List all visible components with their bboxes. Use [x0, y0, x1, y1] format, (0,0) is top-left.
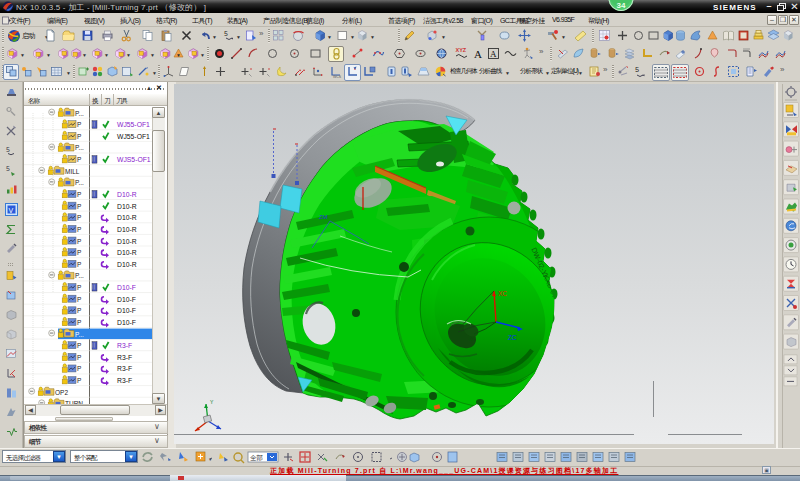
- svg-text:ZM: ZM: [319, 214, 328, 220]
- svg-text:WCS: WCS: [333, 75, 342, 78]
- svg-text:5: 5: [635, 66, 639, 74]
- svg-text:D10-R: D10-R: [117, 203, 137, 210]
- svg-text:P...: P...: [75, 272, 84, 279]
- svg-text:ZC: ZC: [508, 334, 517, 341]
- svg-text:P: P: [77, 319, 81, 326]
- svg-text:P: P: [77, 214, 81, 221]
- svg-text:P...: P...: [75, 331, 84, 338]
- svg-text:WJS5-OF1: WJS5-OF1: [117, 156, 151, 163]
- svg-text:WJ55-OF1: WJ55-OF1: [117, 133, 150, 140]
- svg-text:D10-F: D10-F: [117, 284, 136, 291]
- svg-text:5: 5: [6, 166, 10, 173]
- svg-text:P: P: [77, 121, 81, 128]
- svg-text:P: P: [77, 249, 81, 256]
- svg-text:R3-F: R3-F: [117, 365, 132, 372]
- svg-text:D10-R: D10-R: [117, 249, 137, 256]
- svg-text:P...: P...: [75, 179, 84, 186]
- svg-text:MILL: MILL: [65, 168, 80, 175]
- svg-text:D10-F: D10-F: [117, 307, 136, 314]
- svg-text:P: P: [77, 284, 81, 291]
- svg-text:P: P: [77, 307, 81, 314]
- svg-text:A: A: [474, 48, 482, 60]
- svg-text:D10-R: D10-R: [117, 238, 137, 245]
- svg-text:A: A: [490, 49, 497, 59]
- svg-text:P: P: [77, 156, 81, 163]
- svg-text:D10-F: D10-F: [117, 319, 136, 326]
- svg-text:V: V: [9, 207, 14, 214]
- svg-text:P...: P...: [75, 144, 84, 151]
- svg-text:P: P: [77, 342, 81, 349]
- svg-text:D10-R: D10-R: [117, 261, 137, 268]
- svg-text:XC: XC: [498, 290, 507, 297]
- svg-text:ZC: ZC: [468, 336, 475, 342]
- svg-text:P: P: [77, 226, 81, 233]
- svg-text:D10-R: D10-R: [117, 226, 137, 233]
- svg-text:R3-F: R3-F: [117, 354, 132, 361]
- svg-text:全部: 全部: [250, 454, 263, 462]
- svg-text:P: P: [77, 133, 81, 140]
- svg-text:34: 34: [617, 1, 626, 10]
- svg-text:P: P: [77, 365, 81, 372]
- svg-text:P: P: [77, 191, 81, 198]
- svg-text:P...: P...: [75, 110, 84, 117]
- svg-text:P: P: [77, 354, 81, 361]
- svg-text:P: P: [77, 203, 81, 210]
- svg-text:OP2: OP2: [55, 389, 68, 396]
- svg-text:5: 5: [224, 31, 228, 38]
- svg-text:R3-F: R3-F: [117, 342, 132, 349]
- svg-text:5: 5: [6, 147, 10, 154]
- svg-text:P: P: [77, 238, 81, 245]
- svg-text:D10-F: D10-F: [117, 296, 136, 303]
- svg-text:WJ55-OF1: WJ55-OF1: [117, 121, 150, 128]
- svg-text:D10-R: D10-R: [117, 214, 137, 221]
- svg-text:D10-R: D10-R: [117, 191, 137, 198]
- svg-text:P: P: [77, 261, 81, 268]
- svg-text:P: P: [77, 377, 81, 384]
- svg-text:P: P: [77, 296, 81, 303]
- svg-text:XYZ: XYZ: [456, 47, 467, 53]
- svg-text:R3-F: R3-F: [117, 377, 132, 384]
- svg-text:▾: ▾: [209, 456, 212, 462]
